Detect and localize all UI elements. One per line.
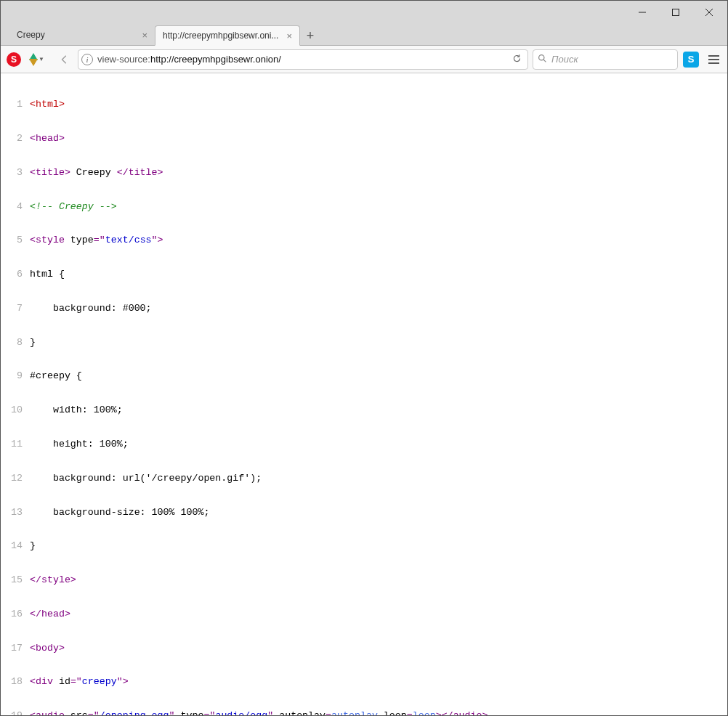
address-bar[interactable]: i view-source:http://creepymhpgibsewr.on… (78, 49, 528, 70)
tab-label: Creepy (17, 30, 142, 40)
search-icon (538, 54, 547, 65)
close-button[interactable] (692, 1, 726, 23)
maximize-button[interactable] (659, 1, 692, 23)
minimize-button[interactable] (626, 1, 659, 23)
tab-close-icon[interactable]: × (286, 31, 292, 41)
dropdown-caret-icon: ▼ (39, 56, 44, 62)
svg-line-5 (543, 60, 546, 62)
source-code[interactable]: 1<html> 2<head> 3<title> Creepy </title>… (1, 76, 727, 715)
svg-point-4 (539, 54, 544, 60)
tab-strip: Creepy × http://creepymhpgibsewr.oni... … (1, 24, 727, 46)
search-placeholder: Поиск (551, 54, 578, 65)
search-box[interactable]: Поиск (533, 49, 678, 70)
window-titlebar (1, 1, 727, 24)
url-text: view-source:http://creepymhpgibsewr.onio… (97, 54, 505, 65)
tab-creepy[interactable]: Creepy × (9, 25, 155, 45)
reload-button[interactable] (509, 54, 525, 65)
noscript-extension-icon[interactable]: S (5, 51, 23, 68)
new-tab-button[interactable]: + (300, 26, 320, 45)
tab-viewsource[interactable]: http://creepymhpgibsewr.oni... × (155, 25, 300, 46)
tab-close-icon[interactable]: × (142, 30, 147, 40)
tab-label: http://creepymhpgibsewr.oni... (163, 30, 286, 41)
plus-icon: + (307, 28, 315, 44)
svg-rect-1 (673, 9, 679, 16)
skype-extension-icon[interactable]: S (682, 51, 700, 68)
https-everywhere-icon[interactable]: ▼ (27, 51, 44, 68)
page-content: 1<html> 2<head> 3<title> Creepy </title>… (1, 73, 727, 715)
toolbar: S ▼ i view-source:http://creepymhpgibsew… (1, 46, 727, 73)
back-button[interactable] (56, 51, 73, 68)
menu-button[interactable] (704, 50, 723, 69)
site-info-icon[interactable]: i (81, 54, 93, 65)
